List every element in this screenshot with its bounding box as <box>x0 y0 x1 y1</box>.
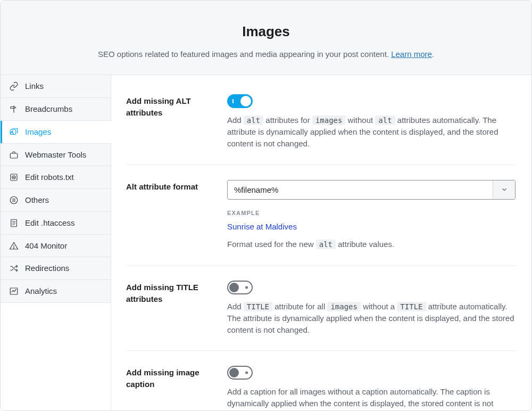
file-icon <box>9 218 19 228</box>
setting-body: Add a caption for all images without a c… <box>227 366 516 410</box>
alt-format-input[interactable] <box>228 180 493 199</box>
alt-format-variable-dropdown[interactable] <box>493 180 515 199</box>
images-icon <box>9 127 19 137</box>
setting-row-title-missing: Add missing TITLE attributes Add TITLE a… <box>126 281 516 351</box>
toggle-knob <box>229 283 239 292</box>
sidebar-item-label: Webmaster Tools <box>25 149 86 161</box>
sidebar-item-label: Others <box>25 194 49 206</box>
sidebar-item-label: Links <box>25 80 44 92</box>
sidebar: Links Breadcrumbs Images <box>1 75 111 410</box>
sidebar-item-images[interactable]: Images <box>1 121 111 143</box>
setting-description: Add a caption for all images without a c… <box>227 386 516 410</box>
desc-text: attribute values. <box>336 240 394 249</box>
sidebar-item-label: Analytics <box>25 285 57 297</box>
settings-content: Add missing ALT attributes Add alt attri… <box>111 75 531 410</box>
example-label: EXAMPLE <box>227 209 516 218</box>
setting-body: Add TITLE attribute for all images witho… <box>227 281 516 335</box>
toggle-knob <box>229 368 239 377</box>
desc-text: attribute for all <box>272 302 327 311</box>
sidebar-item-label: Images <box>25 126 51 138</box>
code-title: TITLE <box>244 302 272 311</box>
code-images: images <box>327 302 361 311</box>
sidebar-item-webmaster-tools[interactable]: Webmaster Tools <box>1 143 111 167</box>
code-alt: alt <box>244 116 263 125</box>
setting-body: EXAMPLE Sunrise at Maldives Format used … <box>227 180 516 250</box>
sidebar-item-edit-robots[interactable]: Edit robots.txt <box>1 166 111 189</box>
code-alt: alt <box>316 240 336 249</box>
code-title: TITLE <box>397 302 426 311</box>
sidebar-item-404-monitor[interactable]: 404 Monitor <box>1 235 111 258</box>
setting-label: Add missing image caption <box>126 366 227 390</box>
sidebar-item-label: Breadcrumbs <box>25 103 72 115</box>
sidebar-item-label: Edit .htaccess <box>25 217 74 229</box>
sidebar-item-label: Edit robots.txt <box>25 171 74 183</box>
page-header: Images SEO options related to featured i… <box>1 1 531 75</box>
link-icon <box>9 81 19 91</box>
desc-text: without <box>345 116 375 125</box>
svg-rect-2 <box>10 153 18 158</box>
code-images: images <box>312 116 346 125</box>
setting-row-alt-format: Alt attribute format EXAMPLE Sunrise at … <box>126 180 516 266</box>
shuffle-icon <box>9 264 19 273</box>
setting-row-alt-missing: Add missing ALT attributes Add alt attri… <box>126 94 516 165</box>
toggle-on-indicator <box>232 99 234 103</box>
toggle-off-indicator <box>245 372 248 374</box>
sidebar-item-breadcrumbs[interactable]: Breadcrumbs <box>1 98 111 121</box>
setting-description: Add alt attributes for images without al… <box>227 114 516 149</box>
example-value: Sunrise at Maldives <box>227 221 516 233</box>
setting-body: Add alt attributes for images without al… <box>227 94 516 149</box>
chart-icon <box>9 286 19 296</box>
briefcase-icon <box>9 150 19 160</box>
desc-text: Add <box>227 116 244 125</box>
sidebar-item-links[interactable]: Links <box>1 75 111 98</box>
desc-text: without a <box>361 302 397 311</box>
setting-description: Add TITLE attribute for all images witho… <box>227 301 516 335</box>
setting-label: Alt attribute format <box>126 180 227 193</box>
svg-point-5 <box>13 177 14 178</box>
setting-description: Format used for the new alt attribute va… <box>227 239 516 250</box>
page-title: Images <box>11 22 521 42</box>
setting-label: Add missing ALT attributes <box>126 94 227 119</box>
setting-row-caption-missing: Add missing image caption Add a caption … <box>126 366 516 410</box>
subtitle-suffix: . <box>432 50 434 59</box>
svg-point-8 <box>13 248 14 248</box>
warning-icon <box>9 241 19 251</box>
list-icon <box>9 195 19 205</box>
app-frame: Images SEO options related to featured i… <box>0 0 532 411</box>
sidebar-item-label: 404 Monitor <box>25 240 67 252</box>
subtitle-text: SEO options related to featured images a… <box>98 50 391 59</box>
sidebar-item-edit-htaccess[interactable]: Edit .htaccess <box>1 212 111 235</box>
toggle-alt-missing[interactable] <box>227 94 253 108</box>
alt-format-input-group <box>227 180 516 200</box>
sidebar-item-redirections[interactable]: Redirections <box>1 257 111 280</box>
sidebar-item-others[interactable]: Others <box>1 189 111 212</box>
code-alt: alt <box>375 116 395 125</box>
body-row: Links Breadcrumbs Images <box>1 75 531 410</box>
setting-label: Add missing TITLE attributes <box>126 281 227 305</box>
sidebar-item-label: Redirections <box>25 262 69 274</box>
toggle-off-indicator <box>245 286 248 289</box>
desc-text: Format used for the new <box>227 240 316 249</box>
page-subtitle: SEO options related to featured images a… <box>11 48 521 60</box>
desc-text: Add <box>227 302 244 311</box>
robots-icon <box>9 172 19 182</box>
signpost-icon <box>9 104 19 114</box>
desc-text: attributes for <box>263 116 312 125</box>
learn-more-link[interactable]: Learn more <box>391 50 432 59</box>
toggle-title-missing[interactable] <box>227 281 253 294</box>
chevron-down-icon <box>501 186 508 193</box>
toggle-knob <box>240 96 251 106</box>
sidebar-item-analytics[interactable]: Analytics <box>1 280 111 303</box>
toggle-caption-missing[interactable] <box>227 366 253 380</box>
